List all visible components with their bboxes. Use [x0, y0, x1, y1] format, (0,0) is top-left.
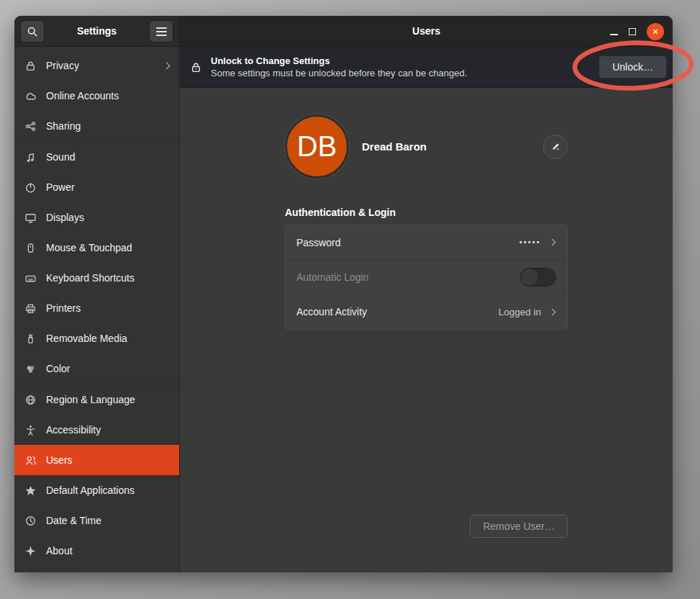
auth-card: Password ••••• Automatic Login Account A…	[285, 225, 568, 330]
sidebar-item-label: Privacy	[46, 60, 79, 71]
remove-user-button[interactable]: Remove User…	[470, 515, 568, 538]
toggle-knob	[520, 268, 539, 287]
settings-title: Settings	[77, 25, 117, 37]
sidebar-item-label: Default Applications	[46, 485, 135, 496]
monitor-icon	[24, 212, 37, 224]
sidebar-item-privacy[interactable]: Privacy	[14, 50, 179, 81]
clock-icon	[24, 515, 37, 527]
banner-subtitle: Some settings must be unlocked before th…	[211, 68, 467, 78]
content-header: Users ×	[180, 16, 673, 47]
settings-window: Settings Users × Privacy Online Acc	[14, 16, 673, 572]
sidebar-item-label: Power	[46, 181, 75, 193]
sidebar-item-sharing[interactable]: Sharing	[14, 111, 179, 141]
sidebar-item-label: Sound	[46, 151, 75, 163]
chevron-right-icon	[163, 62, 171, 69]
sidebar-item-region-language[interactable]: Region & Language	[14, 384, 179, 415]
sidebar-item-label: Keyboard Shortcuts	[46, 272, 135, 284]
padlock-icon	[190, 61, 202, 73]
search-button[interactable]	[20, 20, 45, 42]
sidebar-item-accessibility[interactable]: Accessibility	[14, 415, 179, 445]
keyboard-icon	[24, 272, 37, 284]
globe-icon	[24, 394, 37, 406]
sidebar-item-sound[interactable]: Sound	[14, 142, 179, 172]
users-icon	[24, 454, 37, 467]
color-circles-icon	[24, 363, 37, 375]
sidebar-item-users[interactable]: Users	[14, 445, 179, 475]
close-icon[interactable]: ×	[647, 23, 664, 40]
user-header: DB Dread Baron	[285, 114, 568, 179]
sidebar: Privacy Online Accounts Sharing Sound Po…	[14, 47, 180, 572]
sidebar-item-default-applications[interactable]: Default Applications	[14, 475, 179, 505]
sidebar-item-label: Mouse & Touchpad	[46, 242, 132, 253]
sidebar-item-label: Online Accounts	[46, 90, 119, 102]
maximize-icon[interactable]	[629, 28, 636, 35]
star-icon	[24, 485, 37, 497]
share-icon	[24, 120, 37, 132]
sidebar-item-online-accounts[interactable]: Online Accounts	[14, 81, 179, 111]
chevron-right-icon	[549, 239, 556, 246]
menu-button[interactable]	[149, 20, 173, 42]
sidebar-item-date-time[interactable]: Date & Time	[14, 505, 179, 536]
main-pane: Unlock to Change Settings Some settings …	[180, 47, 673, 572]
account-activity-value: Logged in	[499, 307, 541, 317]
row-label: Automatic Login	[296, 271, 368, 283]
automatic-login-toggle[interactable]	[520, 268, 556, 287]
accessibility-icon	[24, 424, 37, 436]
sidebar-item-label: Date & Time	[46, 515, 101, 526]
sparkle-icon	[24, 545, 37, 557]
minimize-icon[interactable]	[610, 34, 618, 35]
avatar[interactable]: DB	[285, 114, 349, 179]
password-row[interactable]: Password •••••	[286, 225, 567, 260]
window-controls: ×	[610, 16, 664, 47]
sidebar-item-label: Printers	[46, 302, 81, 314]
sidebar-item-power[interactable]: Power	[14, 172, 179, 202]
row-label: Password	[296, 237, 340, 248]
page-title: Users	[412, 25, 440, 37]
menu-icon	[156, 27, 167, 36]
usb-drive-icon	[24, 333, 37, 345]
edit-name-button[interactable]	[543, 135, 568, 159]
sidebar-item-label: Removable Media	[46, 333, 127, 344]
banner-text: Unlock to Change Settings Some settings …	[211, 55, 467, 78]
sidebar-item-removable-media[interactable]: Removable Media	[14, 323, 179, 353]
mouse-icon	[24, 242, 37, 254]
sidebar-item-label: Displays	[46, 212, 84, 223]
sidebar-item-label: Color	[46, 363, 70, 374]
printer-icon	[24, 302, 37, 315]
sidebar-item-label: Users	[46, 454, 73, 466]
titlebar: Settings Users ×	[14, 16, 673, 47]
sidebar-item-label: About	[46, 545, 73, 557]
power-icon	[24, 181, 37, 194]
chevron-right-icon	[549, 308, 556, 315]
user-name: Dread Baron	[362, 140, 427, 153]
search-icon	[27, 26, 38, 37]
sidebar-item-mouse-touchpad[interactable]: Mouse & Touchpad	[14, 233, 179, 263]
unlock-button[interactable]: Unlock…	[599, 55, 667, 78]
automatic-login-row: Automatic Login	[286, 260, 567, 294]
account-activity-row[interactable]: Account Activity Logged in	[286, 294, 567, 329]
auth-section-title: Authentication & Login	[285, 207, 568, 218]
sidebar-item-color[interactable]: Color	[14, 353, 179, 384]
sidebar-item-label: Sharing	[46, 120, 81, 132]
sidebar-header: Settings	[14, 16, 180, 47]
users-page: DB Dread Baron Authentication & Login Pa…	[180, 88, 673, 572]
music-note-icon	[24, 151, 37, 163]
pencil-icon	[550, 141, 561, 152]
sidebar-item-about[interactable]: About	[14, 536, 179, 566]
banner-title: Unlock to Change Settings	[211, 55, 467, 66]
avatar-initials: DB	[297, 130, 337, 163]
sidebar-item-label: Accessibility	[46, 424, 101, 436]
sidebar-item-keyboard-shortcuts[interactable]: Keyboard Shortcuts	[14, 263, 179, 293]
cloud-icon	[24, 90, 37, 102]
sidebar-item-label: Region & Language	[46, 394, 135, 405]
lock-icon	[24, 60, 37, 72]
sidebar-item-displays[interactable]: Displays	[14, 202, 179, 233]
unlock-banner: Unlock to Change Settings Some settings …	[180, 47, 673, 88]
password-dots: •••••	[519, 238, 541, 246]
sidebar-item-printers[interactable]: Printers	[14, 293, 179, 323]
row-label: Account Activity	[296, 306, 367, 317]
